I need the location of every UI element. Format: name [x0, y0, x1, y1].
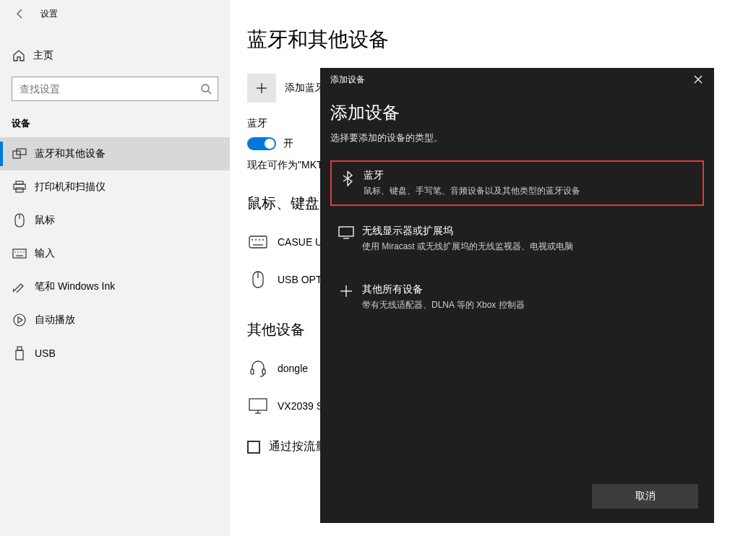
- mouse-icon: [12, 213, 27, 228]
- svg-rect-16: [17, 347, 22, 350]
- home-label: 主页: [33, 49, 53, 62]
- modal-header-title: 添加设备: [330, 74, 365, 86]
- sidebar-item-mouse[interactable]: 鼠标: [0, 204, 230, 237]
- modal-header: 添加设备: [320, 68, 714, 91]
- svg-point-25: [262, 239, 264, 241]
- add-device-modal: 添加设备 添加设备 选择要添加的设备的类型。 蓝牙 鼠标、键盘、手写笔、音频设备…: [320, 68, 714, 523]
- device-label: VX2039 S: [278, 400, 323, 412]
- svg-rect-29: [262, 369, 265, 374]
- settings-title: 设置: [40, 8, 58, 20]
- sidebar-item-label: USB: [35, 347, 56, 359]
- svg-point-13: [20, 251, 21, 252]
- option-desc: 鼠标、键盘、手写笔、音频设备以及其他类型的蓝牙设备: [364, 185, 697, 197]
- svg-rect-20: [249, 236, 267, 248]
- search-icon: [200, 83, 212, 95]
- svg-point-23: [255, 239, 257, 241]
- search-box[interactable]: [12, 77, 218, 101]
- option-everything-else[interactable]: 其他所有设备 带有无线适配器、DLNA 等的 Xbox 控制器: [330, 276, 704, 319]
- monitor-icon: [247, 398, 269, 414]
- keyboard-icon: [12, 248, 27, 259]
- device-label: USB OPT: [278, 274, 322, 285]
- option-title: 无线显示器或扩展坞: [362, 225, 698, 238]
- option-desc: 使用 Miracast 或无线扩展坞的无线监视器、电视或电脑: [362, 241, 698, 253]
- option-title: 其他所有设备: [362, 283, 698, 296]
- keyboard-icon: [247, 235, 269, 248]
- sidebar-item-label: 打印机和扫描仪: [35, 181, 106, 194]
- bluetooth-toggle[interactable]: [247, 137, 276, 150]
- devices-icon: [12, 148, 27, 160]
- svg-point-22: [252, 239, 253, 241]
- modal-title: 添加设备: [330, 101, 704, 124]
- plus-icon: [336, 283, 356, 298]
- svg-point-12: [17, 251, 18, 252]
- page-title: 蓝牙和其他设备: [247, 26, 756, 53]
- device-label: CASUE U: [278, 236, 322, 248]
- svg-line-1: [208, 91, 211, 94]
- sidebar-item-label: 鼠标: [35, 214, 55, 227]
- option-wireless-display[interactable]: 无线显示器或扩展坞 使用 Miracast 或无线扩展坞的无线监视器、电视或电脑: [330, 217, 704, 260]
- mouse-icon: [247, 271, 269, 288]
- monitor-icon: [336, 225, 356, 239]
- svg-rect-6: [16, 188, 23, 192]
- svg-rect-30: [249, 399, 267, 410]
- back-button[interactable]: [13, 7, 27, 21]
- svg-point-24: [259, 239, 260, 241]
- sidebar-item-pen[interactable]: 笔和 Windows Ink: [0, 270, 230, 303]
- home-link[interactable]: 主页: [0, 40, 230, 71]
- sidebar-item-autoplay[interactable]: 自动播放: [0, 303, 230, 337]
- home-icon: [12, 49, 26, 62]
- svg-rect-9: [13, 249, 26, 258]
- headset-icon: [247, 360, 269, 377]
- option-desc: 带有无线适配器、DLNA 等的 Xbox 控制器: [362, 299, 698, 311]
- sidebar-item-label: 笔和 Windows Ink: [35, 280, 115, 293]
- svg-rect-3: [17, 149, 26, 155]
- svg-point-11: [14, 251, 15, 252]
- plus-icon: [255, 82, 268, 95]
- sidebar-item-usb[interactable]: USB: [0, 337, 230, 370]
- close-icon: [694, 75, 703, 84]
- devices-section-label: 设备: [0, 101, 230, 137]
- settings-sidebar: 设置 主页 设备 蓝牙和其他设备 打印机和扫描仪 鼠标: [0, 0, 230, 536]
- option-text: 蓝牙 鼠标、键盘、手写笔、音频设备以及其他类型的蓝牙设备: [364, 169, 697, 197]
- modal-body: 添加设备 选择要添加的设备的类型。 蓝牙 鼠标、键盘、手写笔、音频设备以及其他类…: [320, 91, 714, 319]
- printer-icon: [12, 181, 27, 194]
- sidebar-item-bluetooth[interactable]: 蓝牙和其他设备: [0, 137, 230, 170]
- option-bluetooth[interactable]: 蓝牙 鼠标、键盘、手写笔、音频设备以及其他类型的蓝牙设备: [330, 160, 704, 206]
- cancel-button[interactable]: 取消: [592, 484, 698, 509]
- option-text: 其他所有设备 带有无线适配器、DLNA 等的 Xbox 控制器: [362, 283, 698, 311]
- svg-rect-17: [16, 350, 23, 360]
- device-label: dongle: [278, 363, 308, 374]
- svg-point-0: [202, 85, 209, 92]
- option-text: 无线显示器或扩展坞 使用 Miracast 或无线扩展坞的无线监视器、电视或电脑: [362, 225, 698, 253]
- add-device-label: 添加蓝牙: [285, 82, 325, 95]
- pen-icon: [12, 281, 27, 293]
- sidebar-item-printers[interactable]: 打印机和扫描仪: [0, 170, 230, 204]
- autoplay-icon: [12, 314, 27, 327]
- modal-footer: 取消: [592, 484, 698, 509]
- toggle-label: 开: [283, 137, 293, 150]
- search-input[interactable]: [20, 83, 200, 95]
- svg-rect-35: [339, 227, 353, 236]
- back-arrow-icon: [14, 8, 26, 20]
- sidebar-item-label: 自动播放: [35, 314, 75, 327]
- bluetooth-icon: [338, 169, 358, 186]
- sidebar-item-typing[interactable]: 输入: [0, 237, 230, 270]
- sidebar-item-label: 蓝牙和其他设备: [35, 147, 106, 160]
- add-device-button[interactable]: [247, 74, 276, 103]
- metered-checkbox[interactable]: [247, 441, 260, 454]
- svg-point-15: [14, 314, 25, 326]
- svg-rect-4: [16, 181, 23, 184]
- svg-point-14: [23, 251, 24, 252]
- modal-close-button[interactable]: [690, 71, 707, 88]
- modal-subtitle: 选择要添加的设备的类型。: [330, 131, 704, 144]
- sidebar-header: 设置: [0, 0, 230, 27]
- sidebar-item-label: 输入: [35, 247, 55, 260]
- svg-rect-28: [251, 369, 254, 374]
- option-title: 蓝牙: [364, 169, 697, 182]
- usb-icon: [12, 346, 27, 360]
